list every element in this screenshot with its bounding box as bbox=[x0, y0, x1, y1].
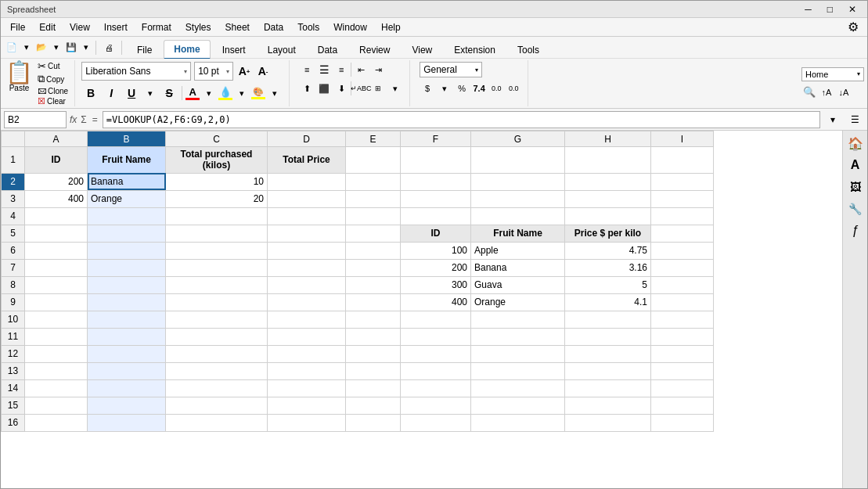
cell-a9[interactable] bbox=[25, 293, 88, 311]
indent-increase-button[interactable]: ⇥ bbox=[370, 62, 386, 77]
cell-h8[interactable]: 5 bbox=[565, 276, 651, 293]
tab-insert[interactable]: Insert bbox=[212, 41, 256, 59]
cell-f8[interactable]: 300 bbox=[401, 276, 471, 293]
cell-b9[interactable] bbox=[88, 293, 166, 311]
cell-b6[interactable] bbox=[88, 242, 166, 259]
print-button[interactable]: 🖨 bbox=[101, 40, 117, 56]
cell-i8[interactable] bbox=[651, 276, 714, 293]
tab-layout[interactable]: Layout bbox=[258, 41, 306, 59]
cell-h5[interactable]: Price $ per kilo bbox=[565, 225, 651, 242]
dropdown-arrow-open[interactable]: ▾ bbox=[52, 40, 61, 56]
col-header-f[interactable]: F bbox=[401, 131, 471, 147]
align-center-button[interactable]: ☰ bbox=[316, 62, 332, 77]
cell-f7[interactable]: 200 bbox=[401, 259, 471, 276]
cell-b7[interactable] bbox=[88, 259, 166, 276]
font-name-dropdown[interactable]: Liberation Sans ▾ bbox=[81, 62, 191, 81]
sidebar-styles-icon[interactable]: A bbox=[846, 156, 865, 174]
cell-a4[interactable] bbox=[25, 207, 88, 225]
cell-g9[interactable]: Orange bbox=[471, 293, 565, 311]
cell-g6[interactable]: Apple bbox=[471, 242, 565, 259]
indent-decrease-button[interactable]: ⇤ bbox=[353, 62, 369, 77]
menu-file[interactable]: File bbox=[4, 20, 31, 34]
merge-cells-button[interactable]: ⊞ bbox=[370, 81, 386, 96]
dropdown-arrow-new[interactable]: ▾ bbox=[22, 40, 31, 56]
cell-g3[interactable] bbox=[471, 190, 565, 207]
cell-c9[interactable] bbox=[166, 293, 268, 311]
cell-a5[interactable] bbox=[25, 225, 88, 242]
clear-button[interactable]: ☒ Clear bbox=[38, 96, 68, 106]
cell-h1[interactable] bbox=[565, 147, 651, 174]
spreadsheet-wrapper[interactable]: A B C D E F G H I bbox=[1, 131, 842, 488]
cell-e8[interactable] bbox=[346, 276, 401, 293]
cell-c1[interactable]: Total purchased(kilos) bbox=[166, 147, 268, 174]
highlight-color-arrow[interactable]: ▾ bbox=[234, 85, 250, 101]
cell-g1[interactable] bbox=[471, 147, 565, 174]
cell-d3[interactable] bbox=[268, 190, 346, 207]
bg-color-arrow[interactable]: ▾ bbox=[267, 85, 283, 101]
formula-expand-button[interactable]: ▾ bbox=[823, 114, 842, 125]
sidebar-toggle-button[interactable]: ☰ bbox=[845, 114, 864, 125]
copy-button[interactable]: ⧉ Copy bbox=[38, 73, 68, 85]
cell-b8[interactable] bbox=[88, 276, 166, 293]
menu-help[interactable]: Help bbox=[375, 20, 407, 34]
cell-b2[interactable]: Banana bbox=[88, 173, 166, 190]
cell-a7[interactable] bbox=[25, 259, 88, 276]
cell-e1[interactable] bbox=[346, 147, 401, 174]
cell-e2[interactable] bbox=[346, 173, 401, 190]
minimize-icon[interactable]: ─ bbox=[800, 2, 816, 16]
cell-c2[interactable]: 10 bbox=[166, 173, 268, 190]
percent-button[interactable]: % bbox=[454, 81, 470, 96]
cell-reference-box[interactable]: B2 bbox=[4, 111, 67, 128]
cell-i4[interactable] bbox=[651, 207, 714, 225]
cell-c10[interactable] bbox=[166, 311, 268, 328]
tab-data[interactable]: Data bbox=[308, 41, 348, 59]
cell-b4[interactable] bbox=[88, 207, 166, 225]
col-header-a[interactable]: A bbox=[25, 131, 88, 147]
underline-arrow[interactable]: ▾ bbox=[142, 85, 158, 101]
cell-d8[interactable] bbox=[268, 276, 346, 293]
cell-c4[interactable] bbox=[166, 207, 268, 225]
sort-desc-button[interactable]: ↓A bbox=[836, 84, 852, 100]
cell-b10[interactable] bbox=[88, 311, 166, 328]
font-color-arrow[interactable]: ▾ bbox=[201, 85, 217, 101]
currency-button[interactable]: $ bbox=[420, 81, 435, 96]
cell-e4[interactable] bbox=[346, 207, 401, 225]
col-header-i[interactable]: I bbox=[651, 131, 714, 147]
cell-e6[interactable] bbox=[346, 242, 401, 259]
italic-button[interactable]: I bbox=[102, 84, 121, 102]
cell-g8[interactable]: Guava bbox=[471, 276, 565, 293]
currency-arrow[interactable]: ▾ bbox=[437, 81, 452, 96]
text-wrap-button[interactable]: ↵ABC bbox=[353, 81, 369, 96]
menu-styles[interactable]: Styles bbox=[179, 20, 218, 34]
new-file-button[interactable]: 📄 bbox=[4, 40, 20, 56]
cell-e9[interactable] bbox=[346, 293, 401, 311]
bg-color-button[interactable]: 🎨 bbox=[251, 87, 265, 99]
open-file-button[interactable]: 📂 bbox=[34, 40, 49, 56]
cell-d10[interactable] bbox=[268, 311, 346, 328]
menu-edit[interactable]: Edit bbox=[33, 20, 62, 34]
merge-cells-arrow[interactable]: ▾ bbox=[387, 81, 403, 96]
cell-h3[interactable] bbox=[565, 190, 651, 207]
sidebar-navigator-icon[interactable]: 🔧 bbox=[846, 200, 865, 218]
cell-i10[interactable] bbox=[651, 311, 714, 328]
cell-e10[interactable] bbox=[346, 311, 401, 328]
col-header-e[interactable]: E bbox=[346, 131, 401, 147]
bold-button[interactable]: B bbox=[81, 84, 100, 102]
col-header-d[interactable]: D bbox=[268, 131, 346, 147]
cell-f4[interactable] bbox=[401, 207, 471, 225]
strikethrough-button[interactable]: S bbox=[160, 84, 178, 102]
cell-f6[interactable]: 100 bbox=[401, 242, 471, 259]
highlight-color-button[interactable]: 💧 bbox=[218, 86, 232, 100]
sidebar-functions-icon[interactable]: ƒ bbox=[846, 221, 865, 240]
save-button[interactable]: 💾 bbox=[63, 40, 79, 56]
cell-d6[interactable] bbox=[268, 242, 346, 259]
cell-e3[interactable] bbox=[346, 190, 401, 207]
cell-h10[interactable] bbox=[565, 311, 651, 328]
cell-b1[interactable]: Fruit Name bbox=[88, 147, 166, 174]
cell-f3[interactable] bbox=[401, 190, 471, 207]
valign-bottom-button[interactable]: ⬇ bbox=[333, 81, 349, 96]
settings-button[interactable]: ⚙ bbox=[842, 16, 864, 38]
cell-g2[interactable] bbox=[471, 173, 565, 190]
cell-f2[interactable] bbox=[401, 173, 471, 190]
cell-h9[interactable]: 4.1 bbox=[565, 293, 651, 311]
